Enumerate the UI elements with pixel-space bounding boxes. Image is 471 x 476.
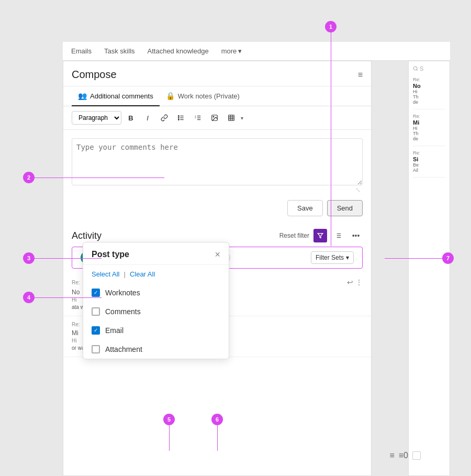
list-icon[interactable]: ≡ [389, 451, 394, 460]
bottom-bar: ≡ ≡0 [81, 451, 429, 460]
action-buttons: Save Send [63, 196, 371, 223]
right-panel-search: S [413, 65, 445, 72]
editor-area: ⤡ [63, 130, 371, 196]
right-panel-item: Re: No HiThde [413, 77, 445, 109]
select-all-link[interactable]: Select All [92, 270, 119, 278]
checkbox-comments[interactable] [92, 307, 100, 316]
bold-button[interactable]: B [124, 110, 138, 125]
svg-marker-18 [318, 234, 323, 238]
activity-controls: Reset filter ••• [279, 229, 363, 242]
annotation-2: 2 [23, 172, 35, 183]
split-icon[interactable]: ≡0 [399, 451, 408, 460]
lock-icon: 🔒 [166, 92, 175, 100]
tab-additional-comments[interactable]: 👥 Additional comments [72, 86, 160, 106]
svg-text:2: 2 [195, 116, 196, 119]
clear-all-link[interactable]: Clear All [130, 270, 155, 278]
chevron-down-icon: ▾ [238, 47, 242, 55]
activity-title: Activity [72, 230, 102, 241]
paragraph-select[interactable]: Paragraph [72, 111, 121, 125]
link-button[interactable] [157, 110, 172, 125]
dropdown-header: Post type × [83, 242, 229, 265]
nav-tab-attached-knowledge[interactable]: Attached knowledge [148, 44, 209, 58]
right-panel-item: Re: Mi HiThde [413, 114, 445, 146]
more-icon[interactable]: ⋮ [355, 278, 363, 286]
select-checkbox[interactable] [412, 451, 421, 460]
svg-point-5 [178, 119, 179, 120]
dropdown-select-area: Select All | Clear All [83, 265, 229, 283]
annotation-line-7 [385, 258, 442, 259]
comment-textarea[interactable] [72, 138, 363, 185]
table-arrow-icon: ▾ [241, 115, 243, 121]
dropdown-item-email[interactable]: ✓ Email [83, 321, 229, 340]
filter-sets-button[interactable]: Filter Sets ▾ [311, 251, 354, 264]
more-icon-button[interactable]: ••• [349, 229, 363, 242]
comments-icon: 👥 [78, 92, 87, 100]
post-type-dropdown: Post type × Select All | Clear All ✓ Wor… [83, 242, 229, 359]
compose-tabs: 👥 Additional comments 🔒 Work notes (Priv… [63, 86, 371, 106]
sort-icon-button[interactable] [331, 229, 345, 242]
compose-title: Compose [72, 69, 117, 81]
filter-sets-arrow-icon: ▾ [346, 254, 349, 261]
bullets-button[interactable] [174, 110, 188, 125]
editor-toolbar: Paragraph B I 12 ▾ [63, 106, 371, 130]
send-button[interactable]: Send [327, 200, 363, 216]
svg-rect-13 [229, 115, 234, 121]
annotation-line-4 [35, 297, 102, 298]
annotation-1: 1 [325, 21, 337, 32]
italic-button[interactable]: I [140, 110, 155, 125]
settings-icon[interactable]: ≡ [358, 70, 363, 80]
checkbox-attachment[interactable] [92, 345, 100, 353]
filter-icon-button[interactable] [313, 229, 327, 242]
svg-line-26 [417, 70, 418, 71]
close-icon[interactable]: × [215, 250, 220, 259]
resize-handle: ⤡ [355, 186, 361, 194]
svg-point-4 [178, 117, 179, 118]
nav-tab-more[interactable]: more ▾ [221, 47, 242, 55]
svg-point-25 [413, 67, 417, 70]
nav-tabs-bar: Emails Task skills Attached knowledge mo… [63, 42, 450, 61]
checkbox-email[interactable]: ✓ [92, 326, 100, 335]
compose-header: Compose ≡ [63, 61, 371, 86]
annotation-7: 7 [442, 252, 454, 264]
image-button[interactable] [207, 110, 222, 125]
annotation-line-2 [35, 178, 164, 178]
annotation-3: 3 [23, 252, 35, 264]
reset-filter-link[interactable]: Reset filter [279, 232, 309, 239]
svg-point-3 [178, 116, 179, 117]
checkbox-worknotes[interactable]: ✓ [92, 289, 100, 297]
nav-tab-emails[interactable]: Emails [71, 44, 92, 58]
nav-tab-task-skills[interactable]: Task skills [104, 44, 135, 58]
annotation-line-3 [35, 258, 102, 259]
dropdown-item-worknotes[interactable]: ✓ Worknotes [83, 283, 229, 302]
dropdown-item-attachment[interactable]: Attachment [83, 340, 229, 359]
annotation-line-1 [331, 21, 331, 246]
annotation-6: 6 [211, 414, 223, 425]
dropdown-item-comments[interactable]: Comments [83, 302, 229, 321]
svg-point-12 [213, 116, 214, 117]
table-button[interactable] [224, 110, 239, 125]
annotation-4: 4 [23, 292, 35, 303]
tab-work-notes[interactable]: 🔒 Work notes (Private) [160, 86, 246, 106]
right-panel-item: Re: Si BeAil [413, 150, 445, 178]
reply-icon[interactable]: ↩ [347, 278, 353, 286]
numbered-button[interactable]: 12 [190, 110, 205, 125]
right-panel: S Re: No HiThde Re: Mi HiThde Re: Si BeA… [408, 61, 450, 476]
save-button[interactable]: Save [287, 200, 323, 216]
annotation-5: 5 [163, 414, 175, 425]
